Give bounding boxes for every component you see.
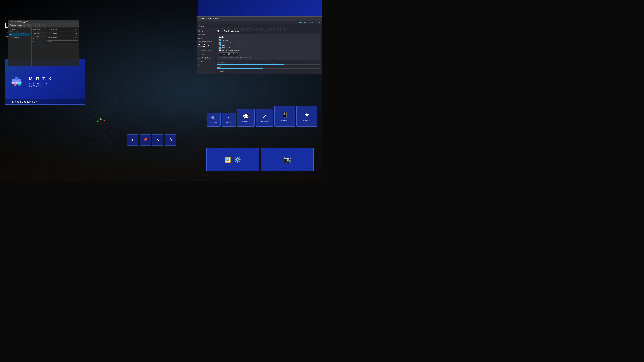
mr-button-grid: 🔍 32x32mm ↻ 32x32mm 💬 40x40mm ✓ 40x40mm … (206, 106, 317, 127)
pkg-build-config-row: Build configuration Release (33, 40, 78, 43)
mrtk-text-block: M R T K MIXED REALITY TOOLKIT (29, 76, 56, 87)
capture-header: Capture (219, 36, 318, 38)
pkg-item-ios[interactable]: iOS (10, 30, 30, 33)
bottom-btn-settings[interactable]: 🖼️ ⚙️ (206, 148, 259, 171)
mr-button-refresh-32[interactable]: ↻ 32x32mm (222, 113, 236, 127)
mrtk-subtitle-line1: MIXED REALITY (29, 82, 56, 84)
svg-marker-17 (94, 112, 110, 124)
mrtk-logo-icon (10, 74, 25, 89)
slider-label-2: Depth (217, 66, 320, 68)
chat-label: 40x40mm (242, 120, 250, 122)
nav-3d-view[interactable]: 3D View (197, 33, 215, 36)
svg-marker-38 (82, 118, 85, 124)
nav-device[interactable]: De... (197, 63, 215, 67)
pkg-vs-dropdown[interactable]: Latest installed (47, 36, 78, 39)
mic-audio-checkbox[interactable] (219, 44, 221, 46)
gallery-icon: 🖼️ (224, 156, 231, 163)
svg-marker-25 (102, 87, 104, 96)
toolbar-close-btn[interactable]: ✕ (152, 134, 163, 146)
toolbar-object-btn[interactable]: ⬡ (165, 134, 176, 146)
holograms-checkbox[interactable] (219, 39, 221, 41)
nav-hologram-stability[interactable]: Hologram Stability (197, 40, 215, 43)
gear-icon: ⚙️ (234, 156, 241, 163)
svg-marker-44 (96, 139, 103, 145)
nav-views[interactable]: Views (199, 25, 204, 27)
nav-apps[interactable]: Apps (197, 36, 215, 40)
svg-marker-26 (102, 104, 109, 112)
svg-marker-33 (88, 102, 96, 110)
svg-marker-24 (100, 92, 104, 101)
star-icon: ★ (304, 111, 310, 118)
mrc-capture-box: Capture Holograms PV camera Mic Audio Ap… (217, 34, 320, 60)
depth-slider-track (217, 68, 320, 69)
search-icon: 🔍 (211, 116, 216, 120)
refresh-label: 32x32mm (225, 121, 232, 123)
svg-marker-42 (111, 127, 116, 135)
mrtk-title: M R T K (29, 76, 56, 81)
nav-app-crash-dumps[interactable]: App Crash Dumps (197, 56, 215, 60)
mrc-nav-bar: Views (197, 24, 322, 28)
search-label: 32x32mm (210, 121, 217, 123)
nav-home[interactable]: Home (197, 29, 215, 33)
pkg-config-dropdown[interactable]: Release (47, 40, 78, 43)
resolution-dropdown[interactable]: Medium (1904x...) (219, 52, 238, 56)
pv-camera-label: PV camera (222, 41, 230, 43)
feedback-link[interactable]: Feedback (299, 21, 306, 23)
pkg-vs-label: Visual Studio Version (33, 36, 46, 39)
mr-button-phone-48[interactable]: 📱 48x48mm (274, 106, 295, 127)
pkg-target-row: Target SDK 10.0.19041.0 (33, 32, 78, 35)
mrc-titlebar: Mixed Reality Capture (197, 17, 322, 21)
star-label: 48x48mm (303, 119, 310, 121)
mrc-section-header: Mixed Reality Capture (217, 30, 320, 32)
mr-button-search-32[interactable]: 🔍 32x32mm (206, 113, 220, 127)
browser-top-bar (198, 0, 322, 16)
svg-marker-28 (107, 94, 111, 102)
pkg-build-dropdown[interactable]: 1337 Project (47, 28, 78, 31)
nav-mrc[interactable]: Mixed Reality Capture (197, 43, 215, 48)
svg-rect-3 (15, 77, 18, 80)
pkg-list: Android iOS PS4 iOS (Legacy) (8, 27, 32, 66)
mrtk-subtitle-line2: TOOLKIT (29, 84, 56, 87)
pkg-right-panel: Build Type 1337 Project Target SDK 10.0.… (32, 27, 79, 66)
app-audio-checkbox[interactable] (219, 47, 221, 49)
pin-icon: 📌 (143, 138, 148, 142)
pkg-target-dropdown[interactable]: 10.0.19041.0 (47, 32, 78, 35)
svg-marker-27 (106, 99, 110, 109)
svg-marker-31 (112, 100, 116, 109)
svg-marker-39 (89, 130, 97, 138)
svg-marker-41 (106, 133, 113, 142)
svg-marker-46 (91, 143, 98, 151)
pkg-target-label: Target SDK (33, 33, 46, 34)
bottom-btn-capture[interactable]: 📷 (261, 148, 314, 171)
hand-mesh (69, 49, 135, 165)
svg-marker-19 (91, 107, 102, 115)
category-label: Category (217, 70, 320, 72)
pkg-vs-row: Visual Studio Version Latest installed (33, 36, 78, 39)
pkg-config-label: Build configuration (33, 41, 46, 43)
pkg-item-ps4[interactable]: PS4 (10, 33, 30, 36)
pkg-item-android[interactable]: Android (10, 28, 30, 30)
mic-audio-row: Mic Audio (219, 44, 318, 46)
pv-camera-checkbox[interactable] (219, 41, 221, 43)
svg-marker-29 (108, 89, 111, 97)
nav-bluetooth[interactable]: Bluetooth (197, 60, 215, 63)
pkg-title-text: Package Manager (10, 24, 23, 26)
render-camera-checkbox[interactable] (219, 49, 221, 51)
nav-group-system: System (197, 53, 215, 56)
mr-button-check-40[interactable]: ✓ 40x40mm (256, 109, 273, 127)
svg-marker-43 (89, 138, 96, 144)
depth-slider-fill (217, 68, 263, 69)
pkg-content: Android iOS PS4 iOS (Legacy) Build Type … (8, 27, 79, 66)
mr-button-chat-40[interactable]: 💬 40x40mm (237, 109, 254, 127)
svg-marker-36 (86, 124, 91, 132)
svg-marker-45 (102, 141, 111, 145)
pv-camera-row: PV camera (219, 41, 318, 43)
mr-button-star-48[interactable]: ★ 48x48mm (296, 106, 317, 127)
svg-marker-49 (99, 151, 107, 157)
mic-audio-label: Mic Audio (222, 44, 230, 46)
check-label: 40x40mm (261, 120, 268, 122)
pkg-item-ios2[interactable]: iOS (Legacy) (10, 36, 30, 38)
svg-marker-22 (96, 102, 102, 112)
toolbar-pin-btn[interactable]: 📌 (140, 134, 151, 146)
online-label: Online (309, 21, 314, 23)
